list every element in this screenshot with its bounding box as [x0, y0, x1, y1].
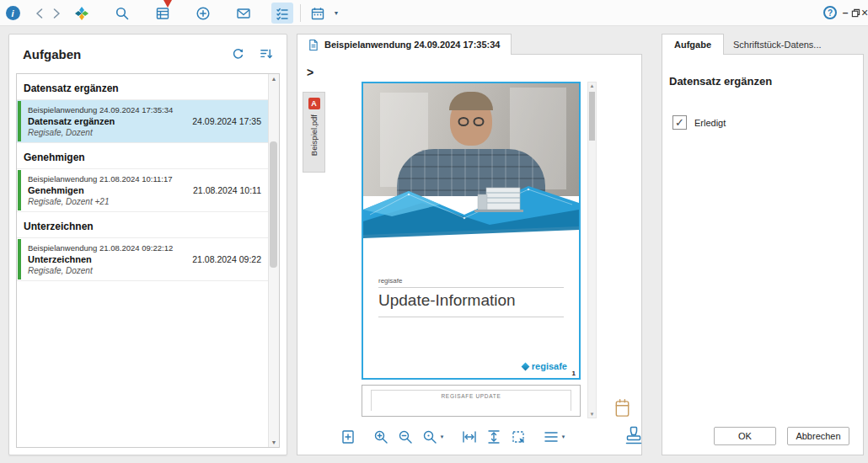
- viewer-toolbar: ▼ ▼: [297, 423, 608, 451]
- pdf-icon: A: [308, 98, 320, 109]
- document-tab-title: Beispielanwendung 24.09.2024 17:35:34: [324, 40, 501, 50]
- scroll-up-icon[interactable]: ▲: [269, 76, 279, 82]
- fit-page-icon[interactable]: [340, 426, 356, 448]
- scroll-down-icon[interactable]: ▼: [269, 439, 279, 445]
- task-group-header: Datensatz ergänzen: [17, 74, 268, 99]
- task-title: Beispielanwendung 21.08.2024 09:22:12: [28, 243, 173, 253]
- refresh-icon[interactable]: [231, 47, 245, 61]
- task-row[interactable]: Beispielanwendung 21.08.2024 09:22:12 Un…: [17, 237, 268, 281]
- detail-heading: Datensatz ergänzen: [669, 75, 772, 88]
- tab-schriftstueck-datensatz[interactable]: Schriftstück-Datens...: [724, 34, 831, 55]
- document-icon: [308, 39, 319, 51]
- fit-width-icon[interactable]: [461, 426, 478, 448]
- close-button[interactable]: ×: [859, 5, 868, 20]
- tasks-panel-header: Aufgaben: [9, 35, 287, 73]
- scrollbar-thumb[interactable]: [589, 92, 595, 141]
- task-date: 21.08.2024 09:22: [187, 254, 261, 264]
- task-action: Unterzeichnen: [28, 254, 173, 264]
- task-row[interactable]: Beispielanwendung 21.08.2024 10:11:17 Ge…: [17, 168, 268, 212]
- sort-icon[interactable]: [259, 47, 273, 61]
- task-list-icon[interactable]: [271, 3, 293, 24]
- forward-icon[interactable]: [46, 3, 67, 24]
- detail-body: Datensatz ergänzen ✓ Erledigt OK Abbrech…: [662, 54, 864, 455]
- collapse-chevron-icon[interactable]: >: [307, 66, 313, 79]
- zoom-out-icon[interactable]: [397, 426, 414, 448]
- scrollbar-thumb[interactable]: [270, 141, 277, 268]
- search-icon[interactable]: [111, 3, 133, 24]
- regisafe-logo: regisafe: [522, 361, 567, 371]
- caret-down-icon: ▼: [561, 434, 566, 439]
- task-action: Genehmigen: [28, 185, 173, 195]
- top-toolbar: i ▼ ? –: [0, 0, 868, 26]
- task-title: Beispielanwendung 21.08.2024 10:11:17: [28, 174, 173, 184]
- scroll-up-icon[interactable]: ▲: [588, 83, 596, 88]
- person-hair: [449, 92, 493, 110]
- task-row[interactable]: Beispielanwendung 24.09.2024 17:35:34 Da…: [17, 99, 268, 143]
- calendar-icon[interactable]: [307, 3, 329, 24]
- scroll-down-icon[interactable]: ▼: [588, 412, 596, 417]
- mail-icon[interactable]: [233, 3, 255, 24]
- add-new-icon[interactable]: [192, 3, 214, 24]
- toolbar-separator: [300, 4, 301, 22]
- document-tab[interactable]: Beispielanwendung 24.09.2024 17:35:34: [297, 34, 512, 55]
- page-number: 1: [572, 370, 576, 377]
- wave-graphic: [363, 178, 579, 250]
- snapshot-icon[interactable]: [510, 426, 527, 448]
- task-title: Beispielanwendung 24.09.2024 17:35:34: [28, 105, 173, 114]
- document-panel: Beispielanwendung 24.09.2024 17:35:34 > …: [297, 34, 642, 455]
- checkbox-checked[interactable]: ✓: [672, 115, 687, 130]
- checkbox-label: Erledigt: [694, 118, 726, 128]
- view-options-icon[interactable]: ▼: [543, 426, 566, 448]
- detail-panel: Aufgabe Schriftstück-Datens... Datensatz…: [662, 34, 864, 455]
- preview-scrollbar[interactable]: ▲ ▼: [587, 82, 597, 418]
- building-illustration: [474, 188, 523, 212]
- calendar-panel-icon[interactable]: [613, 397, 632, 420]
- side-tab-beispiel-pdf[interactable]: A Beispiel.pdf: [303, 92, 325, 173]
- zoom-select-icon[interactable]: ▼: [421, 426, 445, 448]
- page-brand-small: regisafe: [378, 277, 402, 285]
- detail-tabs: Aufgabe Schriftstück-Datens...: [662, 34, 864, 55]
- fit-height-icon[interactable]: [485, 426, 502, 448]
- zoom-in-icon[interactable]: [372, 426, 389, 448]
- ok-button[interactable]: OK: [714, 427, 776, 445]
- tasks-list: Datensatz ergänzen Beispielanwendung 24.…: [16, 73, 280, 448]
- erledigt-checkbox-row[interactable]: ✓ Erledigt: [672, 115, 726, 130]
- page-rule: [378, 287, 564, 288]
- glasses: [458, 117, 485, 126]
- logo-text: regisafe: [532, 361, 567, 371]
- task-group-header: Genehmigen: [17, 143, 268, 168]
- page-title: Update-Information: [378, 291, 516, 310]
- task-people: Regisafe, Dozent +21: [28, 197, 173, 206]
- tab-aufgabe[interactable]: Aufgabe: [662, 34, 724, 55]
- page-rule: [378, 317, 564, 317]
- task-group-header: Unterzeichnen: [17, 212, 268, 237]
- tasks-scrollbar[interactable]: ▲ ▼: [268, 74, 279, 447]
- info-glyph: i: [6, 6, 20, 20]
- help-glyph: ?: [823, 6, 837, 19]
- page2-header-label: REGISAFE UPDATE: [371, 390, 571, 411]
- favorites-icon[interactable]: [71, 3, 93, 24]
- help-icon[interactable]: ?: [821, 5, 839, 20]
- tasks-panel-title: Aufgaben: [23, 47, 81, 61]
- stamp-icon[interactable]: [624, 424, 644, 447]
- task-people: Regisafe, Dozent: [28, 266, 173, 275]
- document-viewer: > A Beispiel.pdf: [297, 54, 642, 455]
- task-date: 24.09.2024 17:35: [187, 116, 261, 126]
- task-date: 21.08.2024 10:11: [188, 185, 261, 195]
- task-action: Datensatz ergänzen: [28, 116, 173, 126]
- tasks-panel: Aufgaben Datensatz ergänzen Beispielanwe…: [8, 34, 287, 455]
- caret-down-icon: ▼: [440, 434, 445, 439]
- side-tab-label: Beispiel.pdf: [309, 114, 319, 156]
- pdf-page2-preview: REGISAFE UPDATE: [362, 385, 581, 417]
- calendar-dropdown-caret[interactable]: ▼: [330, 3, 342, 24]
- pdf-page-preview: regisafe Update-Information regisafe 1: [362, 82, 581, 380]
- info-icon[interactable]: i: [2, 3, 24, 24]
- logo-diamond-icon: [521, 362, 529, 370]
- cancel-button[interactable]: Abbrechen: [787, 427, 849, 445]
- red-flag-marker: [163, 0, 172, 8]
- task-people: Regisafe, Dozent: [28, 128, 173, 137]
